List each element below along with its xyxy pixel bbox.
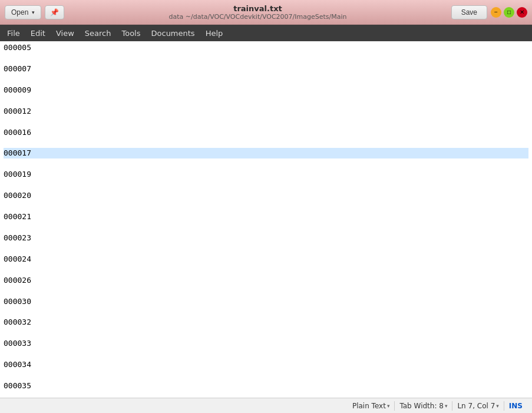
line[interactable]: 000009 (4, 85, 528, 95)
status-bar: Plain Text ▾ Tab Width: 8 ▾ Ln 7, Col 7 … (0, 398, 532, 413)
window-subtitle: data ~/data/VOC/VOCdevkit/VOC2007/ImageS… (68, 13, 447, 21)
line[interactable]: 000033 (4, 338, 528, 349)
filetype-dropdown[interactable]: Plain Text ▾ (352, 402, 389, 410)
window-title: trainval.txt (68, 4, 447, 13)
save-label: Save (461, 8, 477, 16)
close-button[interactable]: ✕ (517, 7, 527, 18)
line[interactable]: 000032 (4, 317, 528, 328)
title-bar: Open ▾ 📌 trainval.txt data ~/data/VOC/VO… (0, 0, 532, 25)
line[interactable]: 000016 (4, 127, 528, 138)
menu-item-documents[interactable]: Documents (147, 27, 200, 39)
menu-item-help[interactable]: Help (201, 27, 228, 39)
position-status[interactable]: Ln 7, Col 7 ▾ (452, 401, 504, 411)
editor-content[interactable]: 0000050000070000090000120000160000170000… (0, 41, 532, 398)
mode-label: INS (509, 402, 523, 410)
save-button[interactable]: Save (451, 5, 487, 19)
menu-bar: FileEditViewSearchToolsDocumentsHelp (0, 25, 532, 41)
menu-item-edit[interactable]: Edit (26, 27, 50, 39)
filetype-label: Plain Text (352, 402, 386, 410)
position-dropdown[interactable]: Ln 7, Col 7 ▾ (457, 402, 498, 410)
window-controls: − □ ✕ (491, 7, 527, 18)
menu-item-search[interactable]: Search (80, 27, 116, 39)
line[interactable]: 000023 (4, 233, 528, 243)
pin-button[interactable]: 📌 (45, 5, 64, 19)
position-caret: ▾ (496, 403, 499, 409)
line[interactable]: 000026 (4, 275, 528, 286)
tab-width-label: Tab Width: 8 (399, 402, 443, 410)
line[interactable]: 000019 (4, 169, 528, 180)
line[interactable]: 000017 (4, 148, 528, 158)
line[interactable]: 000035 (4, 381, 528, 391)
filetype-caret: ▾ (387, 403, 390, 409)
line[interactable]: 000005 (4, 42, 528, 53)
menu-item-view[interactable]: View (51, 27, 79, 39)
line[interactable]: 000007 (4, 64, 528, 74)
line[interactable]: 000024 (4, 254, 528, 265)
tab-width-status[interactable]: Tab Width: 8 ▾ (395, 401, 452, 411)
line[interactable]: 000021 (4, 212, 528, 222)
tab-width-dropdown[interactable]: Tab Width: 8 ▾ (399, 402, 447, 410)
open-dropdown-arrow: ▾ (32, 9, 35, 15)
menu-item-file[interactable]: File (2, 27, 25, 39)
minimize-button[interactable]: − (491, 7, 501, 18)
open-label: Open (11, 8, 28, 16)
open-button[interactable]: Open ▾ (5, 5, 41, 19)
position-label: Ln 7, Col 7 (457, 402, 495, 410)
filetype-status[interactable]: Plain Text ▾ (348, 401, 395, 411)
title-bar-center: trainval.txt data ~/data/VOC/VOCdevkit/V… (68, 4, 447, 21)
line[interactable]: 000030 (4, 296, 528, 307)
line[interactable]: 000020 (4, 190, 528, 201)
line[interactable]: 000012 (4, 106, 528, 117)
tab-width-caret: ▾ (445, 403, 448, 409)
maximize-button[interactable]: □ (504, 7, 514, 18)
line[interactable]: 000034 (4, 359, 528, 370)
mode-status: INS (504, 401, 527, 411)
editor-area[interactable]: 0000050000070000090000120000160000170000… (0, 41, 532, 398)
menu-item-tools[interactable]: Tools (117, 27, 145, 39)
pin-icon: 📌 (50, 8, 59, 16)
